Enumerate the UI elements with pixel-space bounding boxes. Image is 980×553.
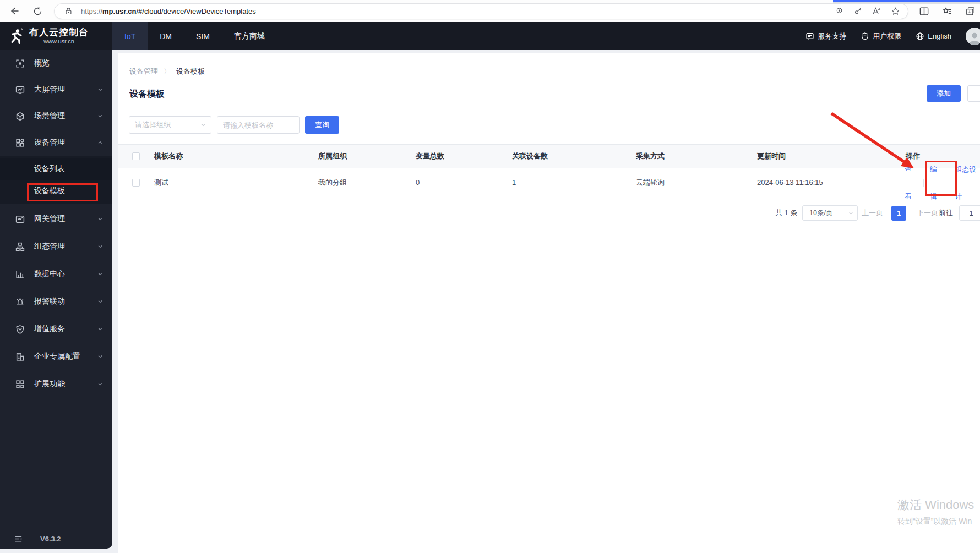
- chevron-down-icon: [97, 381, 104, 387]
- org-select-placeholder: 请选择组织: [135, 120, 200, 130]
- breadcrumb-parent[interactable]: 设备管理: [129, 67, 158, 76]
- chevron-down-icon: [848, 210, 854, 216]
- alarm-icon: [15, 297, 25, 306]
- divider: [118, 109, 980, 109]
- chevron-down-icon: [97, 243, 104, 250]
- favorite-star-icon[interactable]: [888, 4, 902, 18]
- globe-icon: [916, 32, 924, 41]
- col-updated: 更新时间: [757, 145, 786, 168]
- sidebar-item-label: 扩展功能: [34, 379, 97, 389]
- template-name-input[interactable]: [217, 116, 300, 134]
- sidebar-item-label: 报警联动: [34, 297, 97, 306]
- page-size-value: 10条/页: [809, 209, 848, 218]
- collapse-icon[interactable]: [14, 535, 23, 543]
- back-icon[interactable]: [7, 3, 22, 19]
- address-bar[interactable]: https://mp.usr.cn/#/cloud/device/ViewDev…: [54, 3, 908, 19]
- permission-link[interactable]: 用户权限: [861, 31, 901, 41]
- chevron-down-icon: [97, 353, 104, 360]
- cell-vars: 0: [416, 169, 420, 196]
- device-submenu: 设备列表 设备模板: [0, 156, 112, 204]
- bar-chart-icon: [15, 270, 25, 279]
- sidebar-item-device[interactable]: 设备管理: [0, 129, 112, 156]
- sidebar-item-datacenter[interactable]: 数据中心: [0, 260, 112, 288]
- url-host: mp.usr.cn: [102, 7, 136, 15]
- favorites-bar-icon[interactable]: [939, 3, 955, 19]
- current-page-button[interactable]: 1: [891, 206, 906, 221]
- sidebar-item-scada[interactable]: 组态管理: [0, 233, 112, 260]
- goto-page-input[interactable]: [959, 205, 980, 221]
- sidebar-item-label: 网关管理: [34, 214, 97, 224]
- scene-cube-icon: [15, 112, 25, 121]
- language-switch[interactable]: English: [916, 32, 951, 41]
- pagination: 共 1 条 10条/页 上一页 1 下一页 前往: [118, 205, 980, 221]
- device-grid-icon: [15, 138, 25, 147]
- sidebar-item-bigscreen[interactable]: 大屏管理: [0, 76, 112, 103]
- scada-design-link[interactable]: 组态设计: [955, 156, 980, 210]
- next-page-button[interactable]: 下一页: [917, 205, 938, 221]
- tab-sim[interactable]: SIM: [184, 22, 222, 50]
- page-size-select[interactable]: 10条/页: [802, 205, 858, 221]
- tab-dm[interactable]: DM: [148, 22, 184, 50]
- chevron-down-icon: [97, 298, 104, 305]
- select-all-checkbox[interactable]: [132, 152, 140, 160]
- sidebar-footer: V6.3.2: [0, 535, 112, 543]
- url-path: /#/cloud/device/ViewDeviceTemplates: [136, 7, 255, 15]
- cell-org: 我的分组: [318, 169, 347, 196]
- sidebar-item-device-template[interactable]: 设备模板: [0, 180, 112, 202]
- sidebar-item-gateway[interactable]: 网关管理: [0, 205, 112, 233]
- lock-icon: [61, 4, 75, 18]
- sidebar-item-scene[interactable]: 场景管理: [0, 103, 112, 129]
- url-text[interactable]: https://mp.usr.cn/#/cloud/device/ViewDev…: [81, 7, 256, 15]
- search-button[interactable]: 查询: [305, 116, 339, 134]
- breadcrumb: 设备管理 〉 设备模板: [129, 67, 205, 76]
- chevron-down-icon: [97, 216, 104, 222]
- usr-logo[interactable]: 有人云控制台 www.usr.cn: [0, 22, 112, 50]
- batch-button-clipped[interactable]: 批: [967, 85, 980, 102]
- row-checkbox[interactable]: [132, 179, 140, 187]
- version-label: V6.3.2: [40, 535, 61, 543]
- sidebar: 概览 大屏管理 场景管理 设备管理 设备列表 设备模板 网关管理 组态: [0, 50, 112, 549]
- sidebar-item-device-list[interactable]: 设备列表: [0, 158, 112, 180]
- sidebar-item-extension[interactable]: 扩展功能: [0, 370, 112, 398]
- total-count: 共 1 条: [775, 205, 797, 221]
- edit-link[interactable]: 编辑: [930, 156, 943, 210]
- divider: [949, 179, 949, 187]
- sidebar-item-label: 大屏管理: [34, 85, 97, 95]
- support-link[interactable]: 服务支持: [805, 31, 846, 41]
- org-select[interactable]: 请选择组织: [129, 116, 211, 134]
- col-name: 模板名称: [154, 145, 183, 168]
- prev-page-button[interactable]: 上一页: [862, 205, 883, 221]
- divider: [923, 179, 924, 187]
- cell-name: 测试: [154, 169, 168, 196]
- password-key-icon[interactable]: [851, 4, 865, 18]
- support-label: 服务支持: [818, 31, 846, 41]
- user-avatar[interactable]: [966, 28, 980, 45]
- cell-devices-link[interactable]: 1: [512, 169, 516, 196]
- avatar-person-icon: [967, 31, 980, 45]
- sidebar-item-label: 概览: [34, 58, 104, 68]
- sidebar-item-vas[interactable]: 增值服务: [0, 315, 112, 343]
- chevron-down-icon: [200, 122, 206, 128]
- location-icon[interactable]: [832, 4, 846, 18]
- sidebar-item-label: 场景管理: [34, 111, 97, 121]
- table-row: 测试 我的分组 0 1 云端轮询 2024-06-13 11:16:15 查看 …: [118, 169, 980, 196]
- url-scheme: https://: [81, 7, 102, 15]
- col-method: 采集方式: [636, 145, 665, 168]
- collections-icon[interactable]: [962, 3, 978, 19]
- tab-mall[interactable]: 官方商城: [222, 22, 277, 50]
- bigscreen-icon: [15, 85, 25, 95]
- sidebar-item-label: 企业专属配置: [34, 352, 97, 362]
- refresh-icon[interactable]: [30, 3, 45, 19]
- sidebar-item-label: 设备模板: [34, 186, 65, 196]
- col-devices: 关联设备数: [512, 145, 548, 168]
- tab-iot[interactable]: IoT: [112, 22, 148, 50]
- breadcrumb-separator: 〉: [164, 67, 171, 76]
- add-button[interactable]: 添加: [927, 85, 961, 102]
- chevron-down-icon: [97, 113, 104, 119]
- sidebar-item-overview[interactable]: 概览: [0, 50, 112, 76]
- read-aloud-icon[interactable]: [869, 4, 884, 18]
- sidebar-item-alarm[interactable]: 报警联动: [0, 288, 112, 315]
- view-link[interactable]: 查看: [905, 156, 917, 210]
- split-screen-icon[interactable]: [916, 3, 932, 19]
- sidebar-item-enterprise[interactable]: 企业专属配置: [0, 343, 112, 370]
